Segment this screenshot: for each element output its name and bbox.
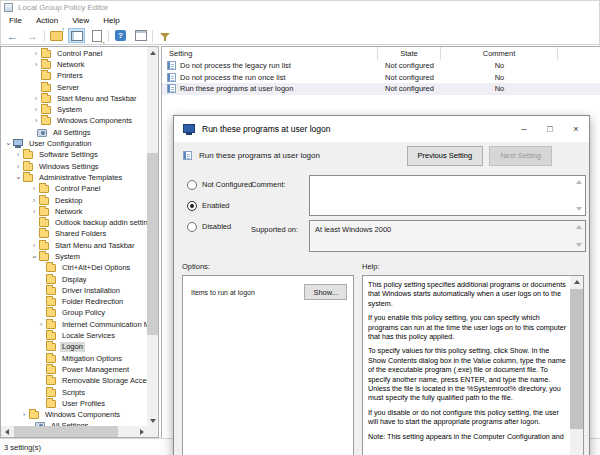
dialog-window-controls: – □ ×	[511, 116, 589, 142]
scrollbar-thumb[interactable]	[147, 153, 158, 335]
maximize-button[interactable]: □	[537, 116, 563, 142]
supported-on-label: Supported on:	[251, 225, 298, 234]
tree-item[interactable]: All Settings	[1, 127, 147, 138]
tree-item-label: Logon	[60, 342, 85, 352]
tree-item[interactable]: Driver Installation	[1, 285, 147, 296]
show-console-tree-icon[interactable]	[68, 28, 85, 43]
expander-icon[interactable]: ›	[19, 411, 29, 419]
tree-item[interactable]: ›System	[1, 104, 147, 115]
expander-icon[interactable]: ›	[30, 252, 38, 262]
tree-item[interactable]: Power Management	[1, 364, 147, 375]
main-titlebar[interactable]: Local Group Policy Editor	[0, 0, 600, 14]
tree-item[interactable]: Removable Storage Acces	[1, 376, 147, 387]
tree-item[interactable]: ›Windows Settings	[1, 161, 147, 172]
setting-row[interactable]: Run these programs at user logonNot conf…	[162, 83, 600, 95]
tree-vertical-scrollbar[interactable]	[147, 47, 158, 426]
setting-row[interactable]: Do not process the run once listNot conf…	[162, 72, 600, 84]
tree-item[interactable]: ›Network	[1, 59, 147, 70]
column-header-setting[interactable]: Setting	[162, 47, 378, 60]
expander-icon[interactable]: ›	[31, 61, 41, 69]
tree-item[interactable]: ›Desktop	[1, 195, 147, 206]
menu-item-help[interactable]: Help	[96, 16, 126, 25]
minimize-button[interactable]: –	[511, 116, 537, 142]
radio-disabled[interactable]: Disabled	[187, 220, 252, 233]
tree-item[interactable]: ›Start Menu and Taskbar	[1, 93, 147, 104]
tree-item[interactable]: User Profiles	[1, 398, 147, 409]
tree-item-label: System	[55, 105, 84, 115]
scroll-up-button[interactable]	[570, 276, 583, 288]
folder-icon	[41, 95, 51, 103]
expander-icon[interactable]: ›	[29, 242, 39, 250]
previous-setting-button[interactable]: Previous Setting	[407, 146, 484, 166]
column-header-comment[interactable]: Comment	[441, 47, 558, 60]
tree-item[interactable]: ›Start Menu and Taskbar	[1, 240, 147, 251]
tree-item[interactable]: ›Control Panel	[1, 184, 147, 195]
tree-item[interactable]: Folder Redirection	[1, 297, 147, 308]
help-icon[interactable]	[112, 28, 129, 43]
expander-icon[interactable]: ›	[31, 117, 41, 125]
scroll-left-button[interactable]	[1, 426, 12, 437]
expander-icon[interactable]: ›	[13, 163, 23, 171]
next-setting-button[interactable]: Next Setting	[489, 146, 552, 166]
scroll-right-button[interactable]	[136, 426, 147, 437]
tree-item[interactable]: Shared Folders	[1, 229, 147, 240]
scroll-down-button[interactable]	[147, 415, 158, 426]
tree-item[interactable]: Logon	[1, 342, 147, 353]
tree-item[interactable]: Printers	[1, 71, 147, 82]
scrollbar-thumb[interactable]	[570, 289, 583, 429]
export-list-icon[interactable]	[88, 28, 105, 43]
menu-item-file[interactable]: File	[2, 16, 29, 25]
tree-item-label: Network	[53, 207, 85, 217]
radio-icon	[187, 201, 197, 211]
expander-icon[interactable]: ›	[29, 185, 39, 193]
expander-icon[interactable]: ›	[13, 151, 23, 159]
tree-item[interactable]: ›Windows Components	[1, 410, 147, 421]
tree-item[interactable]: ›Network	[1, 206, 147, 217]
tree-item[interactable]: Scripts	[1, 387, 147, 398]
expander-icon[interactable]: ›	[14, 173, 22, 183]
radio-enabled[interactable]: Enabled	[187, 199, 252, 212]
radio-not-configured[interactable]: Not Configured	[187, 178, 252, 191]
tree-item-label: Folder Redirection	[60, 297, 125, 307]
tree-item[interactable]: Mitigation Options	[1, 353, 147, 364]
expander-icon[interactable]: ›	[31, 106, 41, 114]
scrollbar-thumb[interactable]	[14, 426, 118, 437]
tree-item[interactable]: ›Windows Components	[1, 116, 147, 127]
back-icon[interactable]	[4, 28, 21, 43]
close-button[interactable]: ×	[563, 116, 589, 142]
show-button[interactable]: Show...	[304, 284, 347, 300]
setting-row[interactable]: Do not process the legacy run listNot co…	[162, 60, 600, 72]
dialog-titlebar[interactable]: Run these programs at user logon – □ ×	[174, 116, 589, 142]
folder-icon	[41, 50, 51, 58]
expander-icon[interactable]: ›	[31, 95, 41, 103]
tree-item[interactable]: Ctrl+Alt+Del Options	[1, 263, 147, 274]
tree-item[interactable]: ›Administrative Templates	[1, 172, 147, 183]
filter-icon[interactable]	[156, 28, 173, 43]
column-header-state[interactable]: State	[378, 47, 441, 60]
scroll-up-button[interactable]	[147, 47, 158, 58]
forward-icon[interactable]	[24, 28, 41, 43]
up-one-level-icon[interactable]	[48, 28, 65, 43]
tree-item[interactable]: ›User Configuration	[1, 138, 147, 149]
tree-item[interactable]: ›Software Settings	[1, 150, 147, 161]
menu-item-view[interactable]: View	[65, 16, 96, 25]
tree-horizontal-scrollbar[interactable]	[1, 426, 147, 437]
expander-icon[interactable]: ›	[31, 50, 41, 58]
expander-icon[interactable]: ›	[36, 321, 46, 329]
tree-item[interactable]: Group Policy	[1, 308, 147, 319]
tree-item-label: Scripts	[60, 388, 87, 398]
tree-item[interactable]: Outlook backup addin setting	[1, 217, 147, 228]
menu-item-action[interactable]: Action	[29, 16, 65, 25]
comment-input[interactable]	[309, 175, 586, 216]
tree-item[interactable]: ›Control Panel	[1, 48, 147, 59]
tree-item[interactable]: ›System	[1, 251, 147, 262]
tree-item[interactable]: Server	[1, 82, 147, 93]
expander-icon[interactable]: ›	[4, 139, 12, 149]
help-scrollbar[interactable]	[570, 276, 583, 455]
expander-icon[interactable]: ›	[29, 197, 39, 205]
tree-item[interactable]: ›Internet Communication M	[1, 319, 147, 330]
tree-item[interactable]: Display	[1, 274, 147, 285]
expander-icon[interactable]: ›	[29, 208, 39, 216]
tree-item[interactable]: Locale Services	[1, 330, 147, 341]
show-window-icon[interactable]	[132, 28, 149, 43]
